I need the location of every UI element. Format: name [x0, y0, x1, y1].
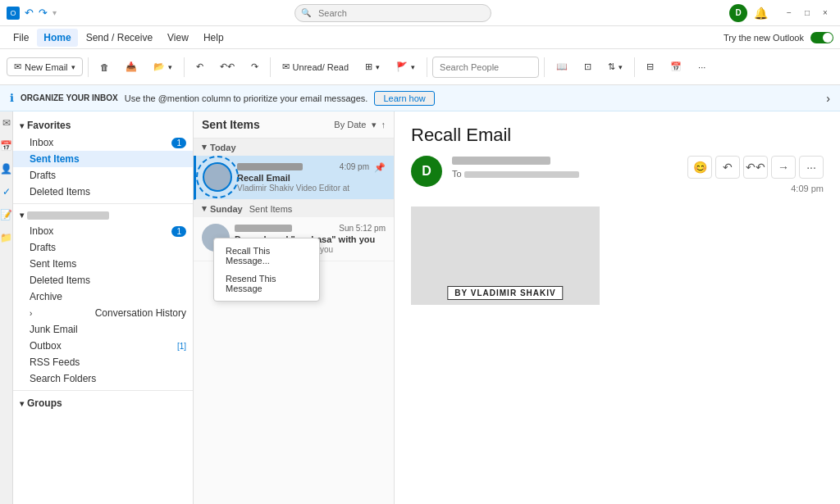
- sender-name-blurred-reading: [452, 157, 550, 165]
- folder-dropdown-icon[interactable]: ▾: [168, 63, 172, 71]
- sent-fav-label: Sent Items: [30, 153, 80, 165]
- minimize-button[interactable]: −: [781, 5, 797, 21]
- contacts-nav-icon[interactable]: 👤: [0, 162, 13, 175]
- dave-time: Sun 5:12 pm: [339, 224, 386, 233]
- sidebar-item-outbox[interactable]: Outbox [1]: [13, 338, 193, 354]
- sidebar-item-rss[interactable]: RSS Feeds: [13, 354, 193, 370]
- apps-button[interactable]: ⊞ ▾: [358, 58, 386, 75]
- new-folder-button[interactable]: 📂 ▾: [147, 58, 179, 75]
- tasks-nav-icon[interactable]: ✓: [0, 185, 13, 198]
- sort-order-icon[interactable]: ↑: [381, 120, 386, 129]
- sort-button[interactable]: ⇅ ▾: [601, 58, 629, 75]
- context-item-recall[interactable]: Recall This Message...: [214, 242, 319, 270]
- menu-home[interactable]: Home: [37, 29, 77, 47]
- inbox-fav-badge: 1: [171, 138, 186, 148]
- reply-button[interactable]: ↶: [715, 156, 740, 179]
- sidebar-item-drafts-acct[interactable]: Drafts: [13, 239, 193, 256]
- sender-info: To: [452, 156, 687, 179]
- sort-label[interactable]: By Date: [334, 120, 366, 129]
- sent-acct-label: Sent Items: [30, 258, 76, 270]
- sidebar-item-inbox-acct[interactable]: Inbox 1: [13, 223, 193, 239]
- undo-all-button[interactable]: ↶↶: [213, 58, 241, 75]
- archive-label: Archive: [30, 291, 62, 302]
- undo-button[interactable]: ↶: [189, 58, 210, 75]
- search-input[interactable]: [294, 4, 491, 22]
- emoji-button[interactable]: 😊: [687, 156, 712, 179]
- menu-view[interactable]: View: [161, 29, 195, 47]
- flag-icon: 🚩: [396, 61, 408, 72]
- sidebar-item-inbox-fav[interactable]: Inbox 1: [13, 134, 193, 151]
- notif-text: Use the @mention column to prioritize yo…: [125, 93, 368, 103]
- unread-read-button[interactable]: ✉ Unread/ Read: [276, 58, 356, 75]
- flag-button[interactable]: 🚩 ▾: [390, 58, 422, 75]
- sort-direction-icon[interactable]: ▾: [372, 120, 377, 130]
- email-pin-icon[interactable]: 📌: [374, 162, 386, 173]
- learn-how-button[interactable]: Learn how: [374, 91, 434, 106]
- menu-bar: File Home Send / Receive View Help Try t…: [0, 26, 840, 49]
- search-people-input[interactable]: [432, 57, 539, 78]
- more-actions-button[interactable]: ···: [799, 156, 824, 179]
- user-avatar[interactable]: D: [729, 4, 747, 22]
- to-label: To: [452, 169, 464, 179]
- notification-icon[interactable]: 🔔: [754, 7, 768, 20]
- context-item-resend[interactable]: Resend This Message: [214, 270, 319, 297]
- redo-button[interactable]: ↷: [244, 58, 265, 75]
- sep5: [544, 57, 545, 77]
- redo-icon[interactable]: ↷: [39, 7, 48, 19]
- reading-header: D To 😊 ↶ ↶↶ → ··· 4:09 pm: [411, 156, 824, 193]
- sidebar-item-drafts-fav[interactable]: Drafts: [13, 167, 193, 184]
- new-outlook-toggle[interactable]: [810, 32, 833, 43]
- sidebar-item-deleted-acct[interactable]: Deleted Items: [13, 272, 193, 288]
- account-header[interactable]: ▾: [13, 207, 193, 223]
- forward-button[interactable]: →: [771, 156, 796, 179]
- filter-button[interactable]: ⊡: [578, 58, 598, 75]
- favorites-header[interactable]: ▾ Favorites: [13, 116, 193, 134]
- view-settings-button[interactable]: ⊟: [640, 58, 660, 75]
- menu-send-receive[interactable]: Send / Receive: [80, 29, 159, 47]
- reply-all-button[interactable]: ↶↶: [743, 156, 768, 179]
- close-button[interactable]: ×: [817, 5, 833, 21]
- sidebar: ▾ Favorites Inbox 1 Sent Items Drafts De…: [13, 111, 194, 504]
- notif-bold-text: ORGANIZE YOUR INBOX: [21, 93, 118, 102]
- dave-name-blurred: [235, 225, 292, 232]
- email-item-recall[interactable]: 4:09 pm Recall Email Vladimir Shakiv Vid…: [194, 156, 394, 200]
- maximize-button[interactable]: □: [799, 5, 815, 21]
- search-bar: [57, 4, 729, 22]
- more-button[interactable]: ···: [692, 59, 712, 75]
- sender-name-blurred: [237, 163, 303, 170]
- notes-nav-icon[interactable]: 📝: [0, 208, 13, 221]
- calendar-nav-icon[interactable]: 📅: [0, 139, 13, 152]
- delete-button[interactable]: 🗑: [94, 59, 116, 75]
- mail-nav-icon[interactable]: ✉: [0, 116, 13, 129]
- email-list-panel: Sent Items By Date ▾ ↑ ▾ Today: [194, 111, 395, 504]
- sidebar-item-search-folders[interactable]: Search Folders: [13, 370, 193, 387]
- groups-header[interactable]: ▾ Groups: [13, 394, 193, 412]
- folders-nav-icon[interactable]: 📁: [0, 231, 13, 244]
- inbox-acct-badge: 1: [171, 226, 186, 237]
- new-email-dropdown-icon[interactable]: ▾: [71, 63, 75, 71]
- reading-right: 😊 ↶ ↶↶ → ··· 4:09 pm: [687, 156, 824, 193]
- menu-file[interactable]: File: [7, 29, 35, 47]
- archive-icon: 📥: [126, 61, 137, 72]
- flag-dropdown-icon[interactable]: ▾: [411, 63, 415, 71]
- sidebar-item-sent-acct[interactable]: Sent Items: [13, 256, 193, 272]
- sidebar-item-deleted-fav[interactable]: Deleted Items: [13, 184, 193, 200]
- archive-button[interactable]: 📥: [119, 58, 144, 75]
- groups-label: Groups: [27, 397, 62, 409]
- undo-icon[interactable]: ↶: [25, 7, 34, 19]
- sort-dropdown-icon[interactable]: ▾: [619, 63, 623, 71]
- sender-to: To: [452, 169, 687, 179]
- sidebar-item-conv-history[interactable]: › Conversation History: [13, 305, 193, 321]
- title-bar-left: O ↶ ↷ ▾: [7, 7, 57, 20]
- new-email-button[interactable]: ✉ New Email ▾: [7, 57, 83, 76]
- address-book-button[interactable]: 📖: [550, 58, 574, 75]
- calendar-button[interactable]: 📅: [664, 58, 688, 75]
- sidebar-item-junk[interactable]: Junk Email: [13, 321, 193, 338]
- menu-help[interactable]: Help: [197, 29, 231, 47]
- sidebar-item-sent-fav[interactable]: Sent Items: [13, 151, 193, 167]
- apps-dropdown-icon[interactable]: ▾: [376, 63, 380, 71]
- sidebar-item-archive[interactable]: Archive: [13, 288, 193, 305]
- notif-close-icon[interactable]: ›: [826, 92, 830, 105]
- account-caret-icon: ▾: [20, 211, 24, 220]
- conv-history-label: Conversation History: [95, 307, 186, 319]
